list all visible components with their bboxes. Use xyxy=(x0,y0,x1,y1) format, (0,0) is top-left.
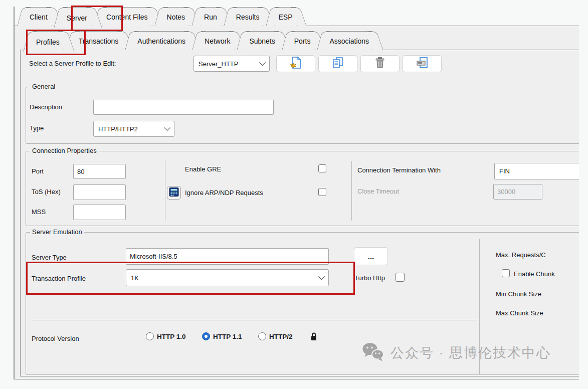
server-type-input[interactable]: Microsoft-IIS/8.5 xyxy=(126,248,329,265)
delete-profile-button[interactable] xyxy=(360,55,400,72)
window-left-border xyxy=(14,7,15,26)
chevron-down-icon xyxy=(318,273,325,280)
profile-selector-label: Select a Server Profile to Edit: xyxy=(29,60,116,67)
radio-http-2[interactable]: HTTP/2 xyxy=(258,332,293,340)
tab-notes[interactable]: Notes xyxy=(163,7,189,26)
tab-esp[interactable]: ESP xyxy=(275,7,296,26)
subtab-transactions[interactable]: Transactions xyxy=(75,31,122,50)
turbo-http-checkbox[interactable] xyxy=(396,273,405,282)
port-input[interactable]: 80 xyxy=(73,164,126,179)
subtab-ports[interactable]: Ports xyxy=(291,31,314,50)
server-type-label: Server Type xyxy=(32,254,67,261)
tab-results[interactable]: Results xyxy=(233,7,263,26)
enable-chunk-label: Enable Chunk xyxy=(514,270,555,278)
connection-termination-label: Connection Termination With xyxy=(357,166,441,174)
server-type-value: Microsoft-IIS/8.5 xyxy=(130,253,177,260)
tos-input[interactable] xyxy=(73,184,126,200)
radio-selected-icon xyxy=(202,332,210,340)
tos-calculator-button[interactable] xyxy=(167,186,181,200)
turbo-http-label: Turbo Http xyxy=(354,274,385,282)
tab-client[interactable]: Client xyxy=(26,7,51,26)
app-window: Select a Server Profile to Edit: Server_… xyxy=(0,0,588,389)
description-label: Description xyxy=(30,103,62,111)
enable-chunk-checkbox[interactable] xyxy=(502,269,510,277)
close-timeout-label: Close Timeout xyxy=(357,187,399,195)
type-combobox[interactable]: HTTP/HTTP2 xyxy=(93,121,174,137)
copy-profile-icon xyxy=(331,56,344,71)
close-timeout-value: 30000 xyxy=(497,188,515,196)
protocol-separator xyxy=(32,320,477,320)
watermark: 公众号 · 思博伦技术中心 xyxy=(361,342,551,364)
connection-termination-combobox[interactable]: FIN xyxy=(494,163,579,179)
connection-termination-value: FIN xyxy=(499,167,510,175)
type-combobox-value: HTTP/HTTP2 xyxy=(98,125,138,133)
transaction-profile-label: Transaction Profile xyxy=(32,275,86,282)
server-profile-combobox[interactable]: Server_HTTP xyxy=(193,56,270,72)
close-timeout-input: 30000 xyxy=(493,184,542,200)
radio-icon xyxy=(258,332,266,340)
server-profile-combobox-value: Server_HTTP xyxy=(199,60,238,68)
watermark-text: 公众号 · 思博伦技术中心 xyxy=(390,344,551,362)
transaction-profile-value: 1K xyxy=(131,274,139,282)
connection-divider-2 xyxy=(351,161,352,221)
radio-http-1-0-label: HTTP 1.0 xyxy=(157,333,186,340)
subtab-network[interactable]: Network xyxy=(201,31,234,50)
radio-http-1-1-label: HTTP 1.1 xyxy=(213,333,242,340)
tos-label: ToS (Hex) xyxy=(32,188,61,196)
connection-divider-1 xyxy=(165,161,165,221)
rename-profile-button[interactable] xyxy=(403,55,442,72)
chevron-down-icon xyxy=(259,59,266,66)
protocol-version-label: Protocol Version xyxy=(32,335,79,342)
radio-icon xyxy=(146,332,154,340)
subtab-associations[interactable]: Associations xyxy=(326,31,372,50)
min-chunk-size-label: Min Chunk Size xyxy=(496,290,541,298)
main-tab-bar: Client Server Content Files Notes Run Re… xyxy=(20,7,302,28)
tab-run[interactable]: Run xyxy=(201,7,221,26)
server-type-browse-button[interactable]: ... xyxy=(354,247,388,265)
chevron-down-icon xyxy=(164,124,170,131)
max-requests-label: Max. Requests/C xyxy=(496,251,546,259)
server-sub-tab-bar: Profiles Transactions Authentications Ne… xyxy=(27,31,378,52)
subtab-subnets[interactable]: Subnets xyxy=(246,31,278,50)
ignore-arp-checkbox[interactable] xyxy=(318,188,326,196)
connection-properties-title: Connection Properties xyxy=(30,147,99,154)
radio-http-1-0[interactable]: HTTP 1.0 xyxy=(146,332,186,340)
radio-http-2-label: HTTP/2 xyxy=(269,333,293,340)
type-label: Type xyxy=(30,124,44,132)
mss-input[interactable] xyxy=(73,205,126,220)
server-emulation-title: Server Emulation xyxy=(30,228,84,236)
tab-server[interactable]: Server xyxy=(63,7,91,28)
profiles-tab-panel: Select a Server Profile to Edit: Server_… xyxy=(20,50,579,376)
rename-profile-icon xyxy=(416,56,429,71)
description-input[interactable] xyxy=(93,100,274,115)
subtab-authentications[interactable]: Authentications xyxy=(134,31,189,50)
copy-profile-button[interactable] xyxy=(318,55,357,72)
subtab-profiles[interactable]: Profiles xyxy=(33,31,63,52)
general-group-title: General xyxy=(30,83,57,90)
calculator-icon xyxy=(168,186,179,200)
mss-label: MSS xyxy=(32,208,46,216)
enable-gre-checkbox[interactable] xyxy=(318,164,326,172)
enable-gre-label: Enable GRE xyxy=(185,165,221,173)
browse-button-label: ... xyxy=(368,252,374,261)
transaction-profile-combobox[interactable]: 1K xyxy=(126,269,329,286)
port-value: 80 xyxy=(77,168,84,175)
wechat-icon xyxy=(361,342,384,364)
lock-icon xyxy=(310,332,317,343)
port-label: Port xyxy=(32,167,44,175)
trash-icon xyxy=(373,56,386,71)
max-chunk-size-label: Max Chunk Size xyxy=(496,309,543,317)
tab-content-files[interactable]: Content Files xyxy=(103,7,151,26)
ignore-arp-label: Ignore ARP/NDP Requests xyxy=(185,189,263,197)
new-profile-icon xyxy=(289,56,302,71)
radio-http-1-1[interactable]: HTTP 1.1 xyxy=(202,332,242,340)
new-profile-button[interactable] xyxy=(276,55,315,72)
